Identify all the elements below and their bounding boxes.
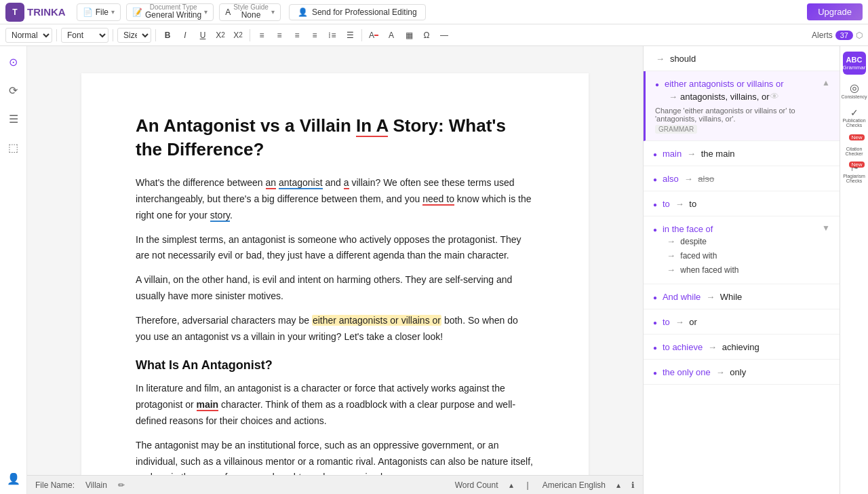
special-chars-button[interactable]: Ω [419,28,434,43]
left-sidebar: ⊙ ⟳ ☰ ⬚ 👤 [0,46,27,494]
sug-onlyone-replacement: only [730,367,746,377]
suggestion-should[interactable]: → should [644,46,840,71]
edit-file-name-icon[interactable]: ✏ [118,480,125,490]
size-select[interactable]: Size [117,28,151,43]
citation-new-badge: New [849,134,864,140]
suggestion-antagonists[interactable]: ● either antagonists or villains or ▲ → … [644,71,840,141]
align-left-button[interactable]: ≡ [254,28,269,43]
sug-also-original: also [663,174,679,184]
grammar-check-button[interactable]: ABC Grammar [843,52,866,75]
highlight-button[interactable]: A [384,28,399,43]
info-icon[interactable]: ℹ [631,480,635,490]
font-color-button[interactable]: A [366,28,381,43]
sug-to-replacement: to [689,199,696,209]
marked-story: story [210,210,230,222]
editor-content[interactable]: An Antagonist vs a Villain In A Story: W… [81,73,589,494]
align-center-button[interactable]: ≡ [272,28,287,43]
marked-an: an [266,177,277,189]
bottom-bar: File Name: Villain ✏ Word Count ▴ | Amer… [27,475,643,494]
font-select[interactable]: Font [61,28,108,43]
suggestion-to-or[interactable]: ● to → or [644,309,840,335]
sep2 [113,29,113,41]
suggestion-only-one[interactable]: ● the only one → only [644,360,840,385]
document-title: An Antagonist vs a Villain In A Story: W… [136,114,534,162]
sug-andwhile-replacement: While [720,292,743,302]
consistency-icon: ◎ [850,81,859,94]
filter-icon[interactable]: ⬡ [856,31,863,40]
top-bar: T TRINKA 📄 File ▾ 📝 Document Type Genera… [0,0,868,24]
sug-original-text: either antagonists or villains or [665,79,784,89]
plagiarism-new-badge: New [849,162,864,168]
sug-face-sub2[interactable]: → faced with [653,248,830,263]
align-justify-button[interactable]: ≡ [307,28,322,43]
suggestion-to[interactable]: ● to → to [644,191,840,216]
editor-area[interactable]: An Antagonist vs a Villain In A Story: W… [27,46,643,494]
superscript-button[interactable]: X2 [231,28,245,43]
sidebar-icon-history[interactable]: ⟳ [3,80,24,100]
subscript-button[interactable]: X2 [213,28,228,43]
hr-button[interactable]: — [437,28,452,43]
language-button[interactable]: American English [542,480,606,490]
publication-check-button[interactable]: ✓ Publication Checks [843,106,866,129]
heading-antagonist: What Is An Antagonist? [136,358,534,373]
bullet-icon4: ● [653,201,657,208]
file-menu[interactable]: 📄 File ▾ [77,3,121,21]
sug-faced-with: faced with [680,251,717,261]
sug-face-sub3[interactable]: → when faced with [653,263,830,277]
bullet-icon8: ● [653,344,657,352]
alerts-area: Alerts 37 ⬡ [812,31,863,40]
doc-type-value: General Writing [145,11,201,20]
sidebar-icon-template[interactable]: ⬚ [3,137,24,157]
professional-edit-button[interactable]: 👤 Send for Professional Editing [289,4,426,20]
right-icon-strip: ABC Grammar ◎ Consistency ✓ Publication … [840,46,868,494]
sidebar-icon-account[interactable]: 👤 [3,468,24,489]
file-name-value: Villain [85,480,107,490]
suggestion-main[interactable]: ● main → the main [644,141,840,166]
sug-achieve-original: to achieve [663,342,703,352]
sidebar-icon-documents[interactable]: ☰ [3,109,24,129]
style-select[interactable]: Normal [5,28,52,43]
bullet-icon3: ● [653,176,657,183]
sug-onlyone-original: the only one [663,367,711,377]
word-count-button[interactable]: Word Count [455,480,498,490]
citation-sublabel: Checker [845,151,863,156]
language-chevron: ▴ [616,480,620,490]
upgrade-button[interactable]: Upgrade [807,3,863,20]
style-guide-menu[interactable]: A Style Guide None ▾ [219,3,281,21]
bullet-icon9: ● [653,369,657,377]
list-ordered-button[interactable]: ⁞≡ [325,28,340,43]
dismiss-icon[interactable]: 👁 [770,91,779,102]
professional-edit-label: Send for Professional Editing [312,7,417,17]
sug-main-original: main [663,149,682,159]
sug-to2-original: to [663,317,670,327]
sug-face-sub1[interactable]: → despite [653,234,830,248]
consistency-label: Consistency [841,94,867,99]
plagiarism-check-button[interactable]: New ⚑ Plagiarism Checks [843,160,866,183]
suggestion-and-while[interactable]: ● And while → While [644,284,840,309]
list-unordered-button[interactable]: ☰ [342,28,357,43]
sug-sub-replacement: → antagonists, villains, or 👁 [655,89,830,104]
consistency-check-button[interactable]: ◎ Consistency [843,79,866,102]
suggestion-achieve[interactable]: ● to achieve → achieving [644,335,840,360]
sep3 [155,29,156,41]
suggestion-also[interactable]: ● also → also [644,166,840,191]
paragraph-5: In literature and film, an antagonist is… [136,381,534,429]
expand-icon[interactable]: ▼ [822,223,830,233]
suggestion-face-of[interactable]: ● in the face of ▼ → despite → faced wit… [644,216,840,284]
table-button[interactable]: ▦ [401,28,416,43]
align-right-button[interactable]: ≡ [290,28,304,43]
paragraph-4: Therefore, adversarial characters may be… [136,313,534,345]
plagiarism-label: Plagiarism [843,174,865,178]
sidebar-icon-home[interactable]: ⊙ [3,52,24,72]
italic-button[interactable]: I [178,28,193,43]
sug-despite: despite [680,237,707,246]
bold-button[interactable]: B [160,28,175,43]
doc-type-menu[interactable]: 📝 Document Type General Writing ▾ [126,3,214,21]
underline-button[interactable]: U [195,28,210,43]
collapse-icon[interactable]: ▲ [822,78,830,88]
doc-type-icon: 📝 [132,7,142,17]
sug-tag: GRAMMAR [655,125,697,134]
app-logo: T TRINKA [5,3,66,22]
sug-when-faced-with: when faced with [680,265,738,275]
citation-check-button[interactable]: New ❝ Citation Checker [843,133,866,156]
